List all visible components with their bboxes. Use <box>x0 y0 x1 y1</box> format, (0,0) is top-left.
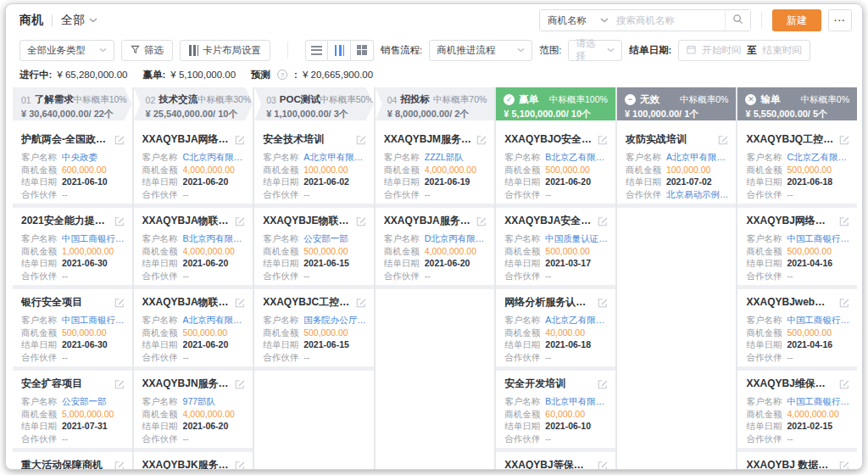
search-field-select[interactable]: 商机名称 <box>540 10 616 31</box>
stage-header: −无效中标概率0%¥ 100,000.00/ 1个 <box>617 87 737 120</box>
opportunity-card[interactable]: 银行安全项目客户名称中国工商银行股份有...商机金额500,000.00结单日期… <box>13 289 132 371</box>
edit-icon[interactable] <box>356 135 366 145</box>
card-layout-button[interactable]: 卡片布局设置 <box>180 40 270 61</box>
more-button[interactable]: ··· <box>828 9 852 31</box>
process-select[interactable]: 商机推进流程 <box>429 40 532 61</box>
opportunity-card[interactable]: XXAQYBJA安全信息隔离与...客户名称中国质量认证中心商机金额500,00… <box>496 208 615 289</box>
edit-icon[interactable] <box>839 216 849 226</box>
edit-icon[interactable] <box>598 135 608 145</box>
customer-name: 中央政委 <box>62 152 125 164</box>
range-select[interactable]: 请选择 <box>568 40 622 61</box>
field-label: 商机金额 <box>263 327 298 339</box>
opportunity-title: 攻防实战培训 <box>626 132 715 147</box>
edit-icon[interactable] <box>114 298 125 308</box>
edit-icon[interactable] <box>839 298 849 308</box>
opportunity-card[interactable]: 攻防实战培训客户名称A北京甲有限公司商机金额100,000.00结单日期2021… <box>617 126 737 208</box>
card-field-row: 合作伙伴-- <box>263 271 366 282</box>
card-header: XXAQYBJA网络全流量安全... <box>142 132 246 147</box>
opportunity-card[interactable]: XXAQYBJK服务器V00XCD...客户名称中都物流有限公司商机金额4,00… <box>134 452 253 469</box>
edit-icon[interactable] <box>235 135 245 145</box>
opportunity-card[interactable]: 护航两会-全国政协十三届...客户名称中央政委商机金额600,000.00结单日… <box>13 126 132 208</box>
chevron-down-icon <box>89 18 97 23</box>
grid-view-button[interactable] <box>351 40 374 61</box>
edit-icon[interactable] <box>839 461 849 470</box>
opportunity-card[interactable]: XXAQYBJN服务器V00XCD...客户名称977部队商机金额4,000,0… <box>134 371 253 452</box>
opportunity-card[interactable]: 网络分析服务认证培训客户名称A北京乙有限公司商机金额40,000.00结单日期2… <box>496 289 615 371</box>
edit-icon[interactable] <box>718 135 728 145</box>
opportunity-card[interactable]: XXAQYBJ维保服务XCC项目客户名称中国工商银行股份有...商机金额4,00… <box>737 371 857 452</box>
kanban-view-button[interactable] <box>328 40 351 61</box>
edit-icon[interactable] <box>356 216 366 226</box>
opportunity-card[interactable]: 安全扩容项目客户名称公安部一部商机金额5,000,000.00结单日期2021-… <box>13 371 132 452</box>
edit-icon[interactable] <box>598 298 608 308</box>
field-label: 商机金额 <box>384 246 420 258</box>
card-header: XXAQYBJA安全信息隔离与... <box>504 214 608 228</box>
opportunity-card[interactable]: XXAQYBJ 数据采集、存储...客户名称中国工商银行股份有...商机金额50… <box>737 452 857 469</box>
edit-icon[interactable] <box>356 298 366 308</box>
edit-icon[interactable] <box>114 216 125 226</box>
topbar-divider <box>761 12 762 29</box>
partner: -- <box>303 189 366 201</box>
stage-probability: 中标概率30% <box>198 94 251 106</box>
filter-button[interactable]: 筛选 <box>121 40 173 61</box>
search-button[interactable] <box>725 10 750 31</box>
opportunity-card[interactable]: XXAQYBJA物联网视频上云...客户名称A北京丙有限公司商机金额500,00… <box>134 289 253 371</box>
edit-icon[interactable] <box>235 461 245 470</box>
field-label: 结单日期 <box>21 421 57 433</box>
opportunity-card[interactable]: 安全技术培训客户名称A北京甲有限公司商机金额100,000.00结单日期2021… <box>254 126 374 208</box>
card-field-row: 商机金额5,000,000.00 <box>21 409 125 421</box>
customer-name: 公安部一部 <box>303 233 366 245</box>
stage-probability: 中标概率10% <box>74 94 127 106</box>
opportunity-card[interactable]: XXAQYBJQ工控防火墙系统...客户名称C北京乙有限公司商机金额500,00… <box>737 126 857 208</box>
search-group: 商机名称 <box>539 9 751 31</box>
card-field-row: 结单日期2021-07-02 <box>626 176 729 188</box>
edit-icon[interactable] <box>114 379 125 389</box>
field-label: 商机金额 <box>21 165 57 176</box>
opportunity-card[interactable]: XXAQYBJweb应用防护墙XC...客户名称中国工商银行股份有...商机金额… <box>737 289 857 371</box>
opportunity-card[interactable]: 重大活动保障商机客户名称ZZZL部队商机金额5,000,000.00结单日期20… <box>13 452 132 469</box>
edit-icon[interactable] <box>235 379 245 389</box>
opportunity-card[interactable]: XXAQYBJ网络安全态势感知...客户名称中国工商银行股份有...商机金额50… <box>737 208 857 289</box>
edit-icon[interactable] <box>598 461 608 470</box>
kanban-board: 01了解需求中标概率10%¥ 30,640,000.00/ 22个护航两会-全国… <box>6 86 862 469</box>
card-field-row: 客户名称C北京乙有限公司 <box>746 152 849 164</box>
edit-icon[interactable] <box>114 461 125 470</box>
card-layout-icon <box>189 45 198 56</box>
card-field-row: 商机金额500,000.00 <box>746 246 849 258</box>
opportunity-card[interactable]: XXAQYBJA网络全流量安全...客户名称C北京丙有限公司商机金额4,000,… <box>134 126 253 208</box>
opportunity-card[interactable]: XXAQYBJA服务器V00XCC...客户名称D北京丙有限公司商机金额4,00… <box>376 208 495 289</box>
list-view-button[interactable] <box>305 40 328 61</box>
edit-icon[interactable] <box>476 135 487 145</box>
field-label: 合作伙伴 <box>746 352 782 364</box>
opportunity-title: XXAQYBJA安全信息隔离与... <box>504 214 593 228</box>
edit-icon[interactable] <box>598 216 608 226</box>
card-layout-label: 卡片布局设置 <box>203 44 261 57</box>
card-field-row: 商机金额600,000.00 <box>21 165 125 176</box>
edit-icon[interactable] <box>235 298 245 308</box>
opportunity-card[interactable]: XXAQYBJE物联网视频上云...客户名称公安部一部商机金额500,000.0… <box>254 208 374 289</box>
kanban-column-lost: ✕输单中标概率0%¥ 5,550,000.00/ 5个XXAQYBJQ工控防火墙… <box>737 87 857 469</box>
opportunity-card[interactable]: XXAQYBJO安全信息隔离与...客户名称B北京乙有限公司商机金额500,00… <box>496 126 615 208</box>
opportunity-card[interactable]: 安全开发培训客户名称B北京甲有限公司商机金额60,000.00结单日期2021-… <box>496 371 615 452</box>
opportunity-card[interactable]: XXAQYBJM服务器V00XCC...客户名称ZZZL部队商机金额4,000,… <box>376 126 495 208</box>
edit-icon[interactable] <box>235 216 245 226</box>
opportunity-card[interactable]: XXAQYBJC工控安全检查工...客户名称国务院办公厅机关服...商机金额50… <box>254 289 374 371</box>
edit-icon[interactable] <box>476 216 487 226</box>
top-bar: 商机 全部 商机名称 新建 ··· <box>6 4 862 36</box>
card-header: 护航两会-全国政协十三届... <box>21 132 125 147</box>
close-date: 2021-06-19 <box>425 176 487 188</box>
opportunity-card[interactable]: 2021安全能力提升项目客户名称中国工商银行股份有...商机金额1,000,00… <box>13 208 132 289</box>
business-type-select[interactable]: 全部业务类型 <box>19 40 114 61</box>
new-button[interactable]: 新建 <box>772 9 821 31</box>
edit-icon[interactable] <box>839 135 849 145</box>
scope-selector[interactable]: 全部 <box>61 13 97 28</box>
lost-circle-icon: ✕ <box>745 94 756 105</box>
edit-icon[interactable] <box>598 379 608 389</box>
edit-icon[interactable] <box>114 135 125 145</box>
opportunity-card[interactable]: XXAQYBJ等保一体机XCC项目客户名称中国工商银行股份有...商机金额500… <box>496 452 615 469</box>
search-input[interactable] <box>616 15 725 25</box>
edit-icon[interactable] <box>839 379 849 389</box>
card-field-row: 商机金额60,000.00 <box>504 409 608 421</box>
opportunity-card[interactable]: XXAQYBJA物联网边缘AI智...客户名称B北京丙有限公司商机金额4,000… <box>134 208 253 289</box>
close-date-range-picker[interactable]: 开始时间 至 结束时间 <box>678 40 810 61</box>
